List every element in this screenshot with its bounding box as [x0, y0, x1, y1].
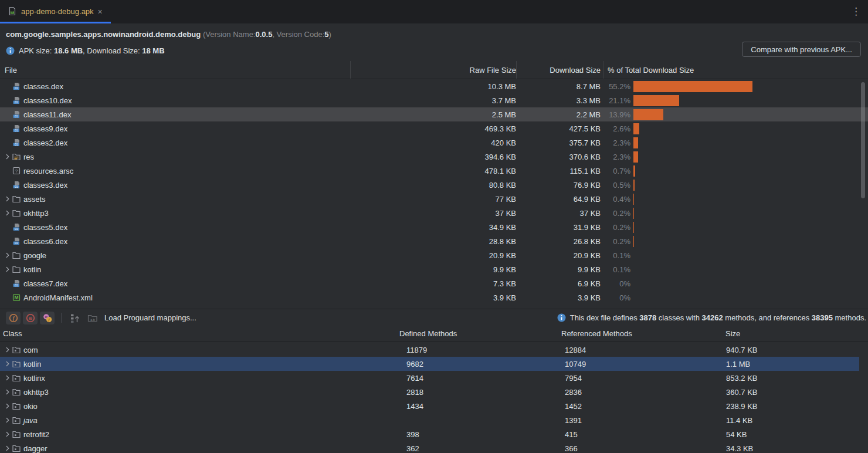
- file-row-google[interactable]: google20.9 KB20.9 KB0.1%: [0, 248, 868, 262]
- file-name: kotlin: [23, 265, 351, 274]
- pct-bar-zone: [630, 206, 868, 220]
- download-size: 64.9 KB: [516, 195, 601, 204]
- download-size: 76.9 KB: [516, 181, 601, 190]
- apk-size-text: APK size: 18.6 MB, Download Size: 18 MB: [19, 46, 165, 55]
- download-pct-bar: [633, 151, 638, 163]
- chevron-right-icon[interactable]: [0, 265, 12, 274]
- class-row-okio[interactable]: okio14341452238.9 KB: [0, 399, 868, 413]
- show-references-icon[interactable]: m f: [40, 312, 55, 324]
- download-size: 115.1 KB: [516, 167, 601, 175]
- compare-with-previous-apk-button[interactable]: Compare with previous APK...: [742, 42, 861, 57]
- apk-file-icon: [8, 6, 17, 16]
- file-row-AndroidManifest.xml[interactable]: MAndroidManifest.xml3.9 KB3.9 KB0%: [0, 290, 868, 305]
- file-name: classes6.dex: [23, 237, 351, 246]
- package-name: okio: [23, 402, 403, 411]
- chevron-right-icon[interactable]: [0, 208, 12, 218]
- column-header-defined-methods[interactable]: Defined Methods: [399, 329, 561, 338]
- chevron-right-icon[interactable]: [0, 444, 12, 453]
- package-folder-icon: [12, 430, 23, 439]
- raw-file-size: 10.3 MB: [351, 82, 516, 91]
- download-size: 37 KB: [516, 209, 601, 218]
- class-row-okhttp3[interactable]: okhttp328182836360.7 KB: [0, 385, 868, 399]
- dex-summary-text: This dex file defines 3878 classes with …: [570, 313, 866, 322]
- class-row-com[interactable]: com1187912884940.7 KB: [0, 343, 868, 357]
- package-folder-icon: [12, 345, 23, 354]
- column-header-class[interactable]: Class: [0, 329, 399, 338]
- package-folder-icon: [12, 387, 23, 397]
- dex-file-icon: 01: [12, 96, 23, 105]
- class-row-dagger[interactable]: dagger36236634.3 KB: [0, 441, 868, 453]
- chevron-right-icon[interactable]: [0, 251, 12, 260]
- file-name: classes7.dex: [23, 279, 351, 288]
- column-header-pct-of-total[interactable]: % of Total Download Size: [603, 61, 868, 79]
- chevron-right-icon[interactable]: [0, 359, 12, 369]
- svg-text:01: 01: [15, 284, 18, 287]
- package-name: kotlin: [23, 360, 403, 369]
- chevron-right-icon[interactable]: [0, 387, 12, 397]
- vertical-scrollbar[interactable]: [861, 82, 865, 198]
- class-row-java[interactable]: java139111.4 KB: [0, 413, 868, 427]
- file-table: 01classes.dex10.3 MB8.7 MB55.2%01classes…: [0, 79, 868, 306]
- flatten-packages-icon[interactable]: [68, 312, 83, 324]
- version-prefix: (Version Name:: [201, 30, 255, 39]
- file-row-classes2.dex[interactable]: 01classes2.dex420 KB375.7 KB2.3%: [0, 136, 868, 150]
- column-header-referenced-methods[interactable]: Referenced Methods: [561, 329, 725, 338]
- chevron-right-icon[interactable]: [0, 373, 12, 383]
- file-row-classes9.dex[interactable]: 01classes9.dex469.3 KB427.5 KB2.6%: [0, 121, 868, 136]
- column-header-size[interactable]: Size: [725, 329, 868, 338]
- file-row-classes6.dex[interactable]: 01classes6.dex28.8 KB26.8 KB0.2%: [0, 234, 868, 248]
- chevron-right-icon[interactable]: [0, 194, 12, 204]
- dex-file-icon: 01: [12, 222, 23, 232]
- deobfuscate-names-icon[interactable]: a.b: [85, 312, 100, 324]
- download-pct-bar: [633, 236, 634, 247]
- pct-bar-zone: [630, 121, 868, 136]
- file-row-classes10.dex[interactable]: 01classes10.dex3.7 MB3.3 MB21.1%: [0, 93, 868, 107]
- column-header-file[interactable]: File: [0, 61, 351, 79]
- svg-text:01: 01: [15, 115, 18, 118]
- chevron-right-icon[interactable]: [0, 345, 12, 354]
- kebab-menu-icon[interactable]: ⋮: [851, 5, 861, 18]
- defined-methods: 362: [403, 444, 565, 453]
- file-row-classes11.dex[interactable]: 01classes11.dex2.5 MB2.2 MB13.9%: [0, 107, 868, 121]
- file-name: classes.dex: [23, 82, 351, 91]
- close-icon[interactable]: ×: [98, 6, 103, 16]
- raw-file-size: 34.9 KB: [351, 223, 516, 232]
- file-row-assets[interactable]: assets77 KB64.9 KB0.4%: [0, 192, 868, 206]
- tab-apk-file[interactable]: app-demo-debug.apk ×: [0, 0, 111, 23]
- pct-of-total: 0.2%: [601, 209, 630, 218]
- file-name: AndroidManifest.xml: [23, 293, 351, 302]
- show-fields-icon[interactable]: f: [6, 312, 21, 324]
- show-methods-icon[interactable]: m: [23, 312, 38, 324]
- download-size: 427.5 KB: [516, 124, 601, 133]
- file-row-res[interactable]: res394.6 KB370.6 KB2.3%: [0, 150, 868, 164]
- column-header-download-size[interactable]: Download Size: [516, 61, 601, 79]
- file-row-classes5.dex[interactable]: 01classes5.dex34.9 KB31.9 KB0.2%: [0, 220, 868, 234]
- file-row-kotlin[interactable]: kotlin9.9 KB9.9 KB0.1%: [0, 262, 868, 276]
- raw-file-size: 394.6 KB: [351, 153, 516, 161]
- pct-bar-zone: [630, 107, 868, 121]
- file-name: classes2.dex: [23, 138, 351, 147]
- class-row-retrofit2[interactable]: retrofit239841554 KB: [0, 427, 868, 441]
- file-row-classes3.dex[interactable]: 01classes3.dex80.8 KB76.9 KB0.5%: [0, 178, 868, 192]
- package-name: com.google.samples.apps.nowinandroid.dem…: [6, 30, 201, 39]
- file-row-classes.dex[interactable]: 01classes.dex10.3 MB8.7 MB55.2%: [0, 79, 868, 93]
- class-row-kotlin[interactable]: kotlin9682107491.1 MB: [0, 357, 859, 371]
- chevron-right-icon[interactable]: [0, 430, 12, 439]
- file-row-resources.arsc[interactable]: ?resources.arsc478.1 KB115.1 KB0.7%: [0, 164, 868, 178]
- file-row-classes7.dex[interactable]: 01classes7.dex7.3 KB6.9 KB0%: [0, 276, 868, 290]
- load-proguard-mappings-label[interactable]: Load Proguard mappings...: [104, 313, 196, 322]
- svg-text:01: 01: [15, 228, 18, 231]
- svg-text:01: 01: [15, 143, 18, 146]
- package-name: com: [23, 346, 403, 354]
- chevron-right-icon[interactable]: [0, 415, 12, 425]
- package-folder-icon: [12, 373, 23, 383]
- column-header-raw-file-size[interactable]: Raw File Size: [351, 61, 516, 79]
- class-row-kotlinx[interactable]: kotlinx76147954853.2 KB: [0, 371, 868, 385]
- classes-count: 3878: [639, 313, 656, 322]
- file-row-okhttp3[interactable]: okhttp337 KB37 KB0.2%: [0, 206, 868, 220]
- svg-text:f: f: [12, 316, 15, 321]
- chevron-right-icon[interactable]: [0, 152, 12, 161]
- chevron-right-icon[interactable]: [0, 401, 12, 411]
- svg-text:01: 01: [15, 185, 18, 188]
- download-size: 20.9 KB: [516, 251, 601, 260]
